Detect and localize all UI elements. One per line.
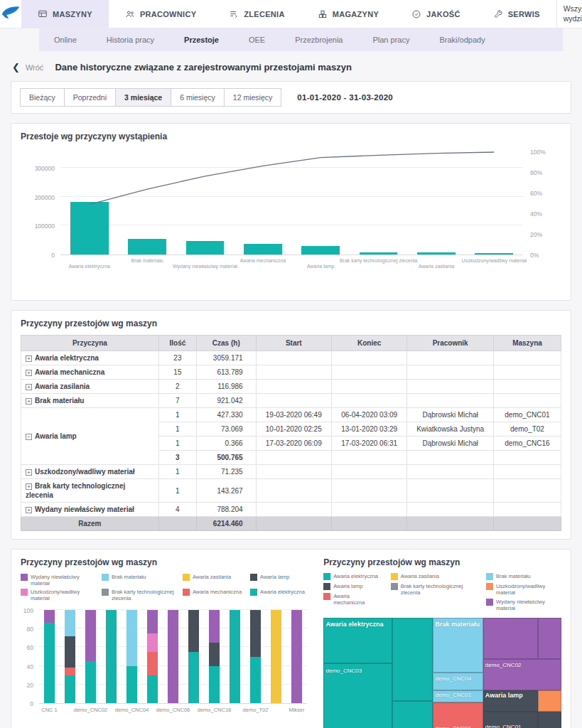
legend-item[interactable]: Brak karty technologicznej zlecenia xyxy=(102,589,174,601)
stack-segment-lamp[interactable] xyxy=(188,610,199,652)
pareto-bar[interactable] xyxy=(301,246,340,255)
stacked-bar[interactable] xyxy=(126,610,137,703)
treemap-node-brak_materialu[interactable] xyxy=(433,618,483,673)
period-button-6-miesiecy[interactable]: 6 miesięcy xyxy=(171,88,225,107)
menu-item-pracownicy[interactable]: PRACOWNICY xyxy=(109,0,212,28)
period-button-3-miesiace[interactable]: 3 miesiące xyxy=(115,88,171,107)
stack-segment-wydany[interactable] xyxy=(168,610,178,703)
legend-item[interactable]: Awaria elektryczna xyxy=(250,589,305,601)
expand-icon[interactable]: + xyxy=(26,469,32,476)
table-row-group[interactable]: +Brak karty technologicznej zlecenia1143… xyxy=(21,479,561,503)
stacked-bar[interactable] xyxy=(271,610,281,703)
legend-item[interactable]: Brak karty technologicznej zlecenia xyxy=(391,583,475,596)
legend-item[interactable]: Awaria lamp xyxy=(250,574,305,587)
treemap-node-elektryczna[interactable] xyxy=(323,663,392,728)
stack-segment-lamp[interactable] xyxy=(209,643,220,666)
pareto-bar[interactable] xyxy=(475,253,513,255)
legend-item[interactable]: Awaria zasilania xyxy=(391,573,475,580)
subnav-item-braki-odpady[interactable]: Braki/odpady xyxy=(424,36,500,44)
treemap-node-lamp[interactable] xyxy=(483,712,538,728)
menu-item-maszyny[interactable]: MASZYNY xyxy=(21,0,109,28)
stack-segment-elektryczna[interactable] xyxy=(209,666,220,703)
table-row-group[interactable]: +Awaria zasilania2116.986 xyxy=(21,380,561,394)
legend-item[interactable]: Wydany niewłaściwy materiał xyxy=(486,599,561,611)
stack-segment-lamp[interactable] xyxy=(250,610,261,657)
treemap-node-lamp[interactable] xyxy=(483,690,538,712)
expand-icon[interactable]: + xyxy=(26,483,32,490)
pareto-bar[interactable] xyxy=(128,239,166,255)
stack-segment-elektryczna[interactable] xyxy=(230,610,240,703)
stacked-bar[interactable] xyxy=(250,610,261,703)
legend-item[interactable]: Uszkodzony/wadliwy materiał xyxy=(21,589,93,601)
period-button-biezacy[interactable]: Bieżący xyxy=(20,88,65,107)
stack-segment-wydany[interactable] xyxy=(291,610,302,703)
expand-icon[interactable]: + xyxy=(26,370,32,376)
stacked-bar[interactable] xyxy=(106,610,117,703)
stack-segment-elektryczna[interactable] xyxy=(147,675,158,703)
stacked-bar[interactable] xyxy=(291,610,302,703)
stack-segment-mechaniczna[interactable] xyxy=(147,652,158,675)
legend-item[interactable]: Brak materiału xyxy=(486,573,561,580)
treemap-node-lamp[interactable] xyxy=(538,712,561,728)
stack-segment-elektryczna[interactable] xyxy=(188,652,199,703)
treemap-node-uszkodzony[interactable] xyxy=(538,690,561,712)
treemap-node-elektryczna[interactable] xyxy=(392,618,433,701)
treemap-node-elektryczna[interactable] xyxy=(392,701,433,728)
legend-item[interactable]: Awaria zasilania xyxy=(183,574,242,587)
legend-item[interactable]: Uszkodzony/wadliwy materiał xyxy=(486,583,561,596)
legend-item[interactable]: Brak materiału xyxy=(102,574,174,587)
expand-icon[interactable]: + xyxy=(26,355,32,362)
stack-segment-wydany[interactable] xyxy=(147,610,158,633)
stack-segment-wydany[interactable] xyxy=(44,610,55,623)
collapse-icon[interactable]: − xyxy=(26,434,32,440)
stack-segment-elektryczna[interactable] xyxy=(65,675,75,703)
stacked-bar[interactable] xyxy=(209,610,220,703)
menu-item-magazyny[interactable]: MAGAZYNY xyxy=(301,0,395,28)
treemap-node-brak_materialu[interactable] xyxy=(433,690,483,702)
stack-segment-elektryczna[interactable] xyxy=(126,666,137,703)
stack-segment-mechaniczna[interactable] xyxy=(65,668,75,675)
stack-segment-elektryczna[interactable] xyxy=(106,610,117,703)
stack-segment-uszkodzony[interactable] xyxy=(147,633,158,652)
table-row-group[interactable]: +Uszkodzony/wadliwy materiał171.235 xyxy=(21,465,561,479)
period-button-poprzedni[interactable]: Poprzedni xyxy=(64,88,116,107)
table-row-group[interactable]: +Brak materiału7921.042 xyxy=(21,394,561,408)
legend-item[interactable]: Awaria lamp xyxy=(323,583,379,590)
expand-icon[interactable]: + xyxy=(26,398,32,405)
pareto-bar[interactable] xyxy=(186,241,225,255)
legend-item[interactable]: Awaria mechaniczna xyxy=(183,589,242,601)
stack-segment-brak_materialu[interactable] xyxy=(126,610,137,666)
treemap-node-wydany[interactable] xyxy=(538,618,561,659)
subnav-item-online[interactable]: Online xyxy=(39,36,92,44)
stack-segment-zasilania[interactable] xyxy=(271,610,281,703)
subnav-item-historia-pracy[interactable]: Historia pracy xyxy=(92,36,169,44)
expand-icon[interactable]: + xyxy=(26,384,32,390)
table-row-group[interactable]: +Awaria mechaniczna15613.789 xyxy=(21,365,561,380)
menu-item-jakosc[interactable]: JAKOŚĆ xyxy=(395,0,477,28)
subnav-item-oee[interactable]: OEE xyxy=(234,36,280,44)
stack-segment-brak_materialu[interactable] xyxy=(65,610,75,636)
legend-item[interactable]: Awaria elektryczna xyxy=(323,573,379,580)
stack-segment-elektryczna[interactable] xyxy=(85,661,96,703)
stack-segment-wydany[interactable] xyxy=(85,610,96,661)
pareto-bar[interactable] xyxy=(360,252,398,255)
back-button[interactable]: Wróć xyxy=(26,63,43,72)
menu-item-zlecenia[interactable]: ZLECENIA xyxy=(212,0,301,28)
stack-segment-elektryczna[interactable] xyxy=(44,623,55,703)
stack-segment-lamp[interactable] xyxy=(65,636,75,668)
legend-item[interactable]: Awaria mechaniczna xyxy=(323,593,379,606)
pareto-bar[interactable] xyxy=(244,244,282,255)
treemap-node-elektryczna[interactable] xyxy=(323,618,392,663)
stack-segment-wydany[interactable] xyxy=(209,610,220,643)
pareto-bar[interactable] xyxy=(417,252,456,255)
stack-segment-elektryczna[interactable] xyxy=(250,657,261,704)
stacked-bar[interactable] xyxy=(230,610,240,703)
table-row-group[interactable]: +Awaria elektryczna233059.171 xyxy=(21,351,561,365)
stacked-bar[interactable] xyxy=(188,610,199,703)
app-logo[interactable] xyxy=(0,0,21,28)
department-selector[interactable]: Wszystkie wydziały xyxy=(556,0,582,28)
stacked-bar[interactable] xyxy=(147,610,158,703)
back-chevron-icon[interactable]: ❮ xyxy=(12,62,20,73)
stacked-bar[interactable] xyxy=(168,610,178,703)
subnav-item-przestoje[interactable]: Przestoje xyxy=(169,36,234,44)
